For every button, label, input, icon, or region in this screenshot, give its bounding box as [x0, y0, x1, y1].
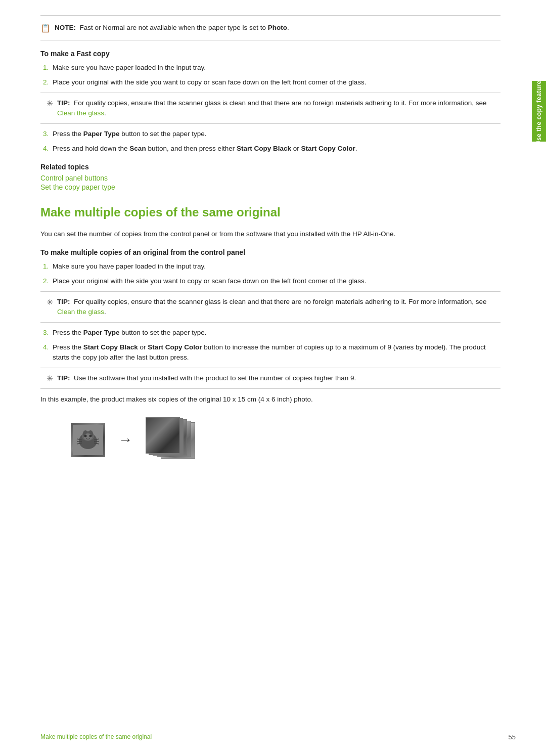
- fast-copy-heading: To make a Fast copy: [40, 50, 500, 58]
- related-links: Control panel buttons Set the copy paper…: [40, 174, 500, 191]
- tiger-svg: [73, 425, 103, 455]
- related-link-control-panel[interactable]: Control panel buttons: [40, 174, 500, 182]
- copies-stack: [146, 417, 201, 463]
- make-multiple-step-4-text: Press the Start Copy Black or Start Copy…: [53, 343, 486, 361]
- make-multiple-subheading: To make multiple copies of an original f…: [40, 248, 500, 256]
- tip-box-1: ✳ TIP: For quality copies, ensure that t…: [40, 93, 500, 124]
- fast-copy-step-4-text: Press and hold down the Scan button, and…: [53, 145, 357, 152]
- clean-glass-link-1[interactable]: Clean the glass: [57, 109, 104, 117]
- fast-copy-step-3: Press the Paper Type button to set the p…: [51, 129, 500, 139]
- make-multiple-step-1-text: Make sure you have paper loaded in the i…: [53, 262, 206, 270]
- original-photo: [71, 423, 105, 457]
- page-number: 55: [509, 733, 516, 741]
- footer: Make multiple copies of the same origina…: [0, 733, 546, 741]
- tip-text-3: TIP: Use the software that you installed…: [57, 373, 356, 383]
- fast-copy-step-2-text: Place your original with the side you wa…: [53, 78, 367, 86]
- top-divider: [40, 15, 500, 16]
- make-multiple-step-3-text: Press the Paper Type button to set the p…: [53, 329, 206, 336]
- tip-text-2: TIP: For quality copies, ensure that the…: [57, 297, 494, 318]
- make-multiple-step-2: Place your original with the side you wa…: [51, 276, 500, 286]
- make-multiple-step-1: Make sure you have paper loaded in the i…: [51, 261, 500, 272]
- fast-copy-step-3-text: Press the Paper Type button to set the p…: [53, 130, 206, 138]
- fast-copy-step-1-text: Make sure you have paper loaded in the i…: [53, 64, 206, 71]
- fast-copy-steps-3-4: Press the Paper Type button to set the p…: [51, 129, 500, 154]
- fast-copy-steps-list: Make sure you have paper loaded in the i…: [51, 63, 500, 87]
- make-multiple-step-3: Press the Paper Type button to set the p…: [51, 328, 500, 338]
- svg-point-12: [84, 434, 87, 437]
- side-tab: Use the copy features: [532, 81, 546, 142]
- tip-icon-3: ✳: [47, 374, 53, 383]
- figure-area: →: [71, 417, 500, 463]
- tip-icon-2: ✳: [47, 297, 53, 307]
- related-link-copy-paper-type[interactable]: Set the copy paper type: [40, 183, 500, 191]
- make-multiple-title: Make multiple copies of the same origina…: [40, 205, 500, 219]
- tip-text-1: TIP: For quality copies, ensure that the…: [57, 98, 494, 119]
- note-text: NOTE: Fast or Normal are not available w…: [55, 23, 289, 33]
- make-multiple-steps-3-4: Press the Paper Type button to set the p…: [51, 328, 500, 363]
- stack-photo-5: [146, 417, 180, 454]
- tip-box-3: ✳ TIP: Use the software that you install…: [40, 368, 500, 389]
- note-icon: 📋: [40, 23, 51, 33]
- fast-copy-step-2: Place your original with the side you wa…: [51, 77, 500, 87]
- related-topics-heading: Related topics: [40, 163, 500, 171]
- fast-copy-step-4: Press and hold down the Scan button, and…: [51, 144, 500, 154]
- footer-chapter-label: Make multiple copies of the same origina…: [40, 733, 152, 741]
- related-topics: Related topics Control panel buttons Set…: [40, 163, 500, 191]
- tip-icon-1: ✳: [47, 99, 53, 108]
- copy-arrow: →: [118, 432, 132, 448]
- side-tab-label: Use the copy features: [535, 77, 542, 145]
- fast-copy-step-1: Make sure you have paper loaded in the i…: [51, 63, 500, 73]
- clean-glass-link-2[interactable]: Clean the glass: [57, 308, 104, 316]
- make-multiple-step-2-text: Place your original with the side you wa…: [53, 277, 367, 285]
- example-text: In this example, the product makes six c…: [40, 394, 500, 405]
- tip-box-2: ✳ TIP: For quality copies, ensure that t…: [40, 291, 500, 323]
- make-multiple-steps-list: Make sure you have paper loaded in the i…: [51, 261, 500, 286]
- svg-point-13: [89, 434, 92, 437]
- make-multiple-intro: You can set the number of copies from th…: [40, 229, 500, 240]
- make-multiple-step-4: Press the Start Copy Black or Start Copy…: [51, 342, 500, 363]
- note-box: 📋 NOTE: Fast or Normal are not available…: [40, 23, 500, 40]
